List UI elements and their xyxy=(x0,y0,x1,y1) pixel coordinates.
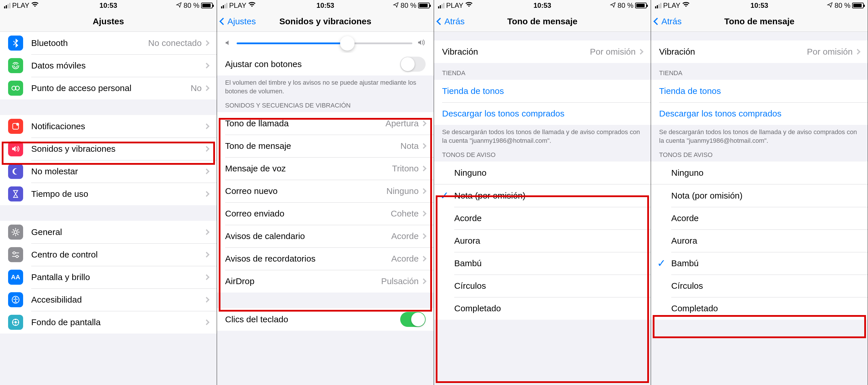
value: Ninguno xyxy=(386,186,419,196)
row-dnd[interactable]: No molestar xyxy=(0,160,217,183)
tone-content[interactable]: Vibración Por omisión TIENDA Tienda de t… xyxy=(434,32,651,385)
label: Pantalla y brillo xyxy=(31,272,205,282)
tone-none[interactable]: Ninguno xyxy=(651,161,868,184)
back-button[interactable]: Atrás xyxy=(437,17,465,26)
label: Punto de acceso personal xyxy=(31,83,191,93)
toggle-keyboard-clicks[interactable] xyxy=(400,312,426,327)
chevron-right-icon xyxy=(204,229,210,235)
row-accessibility[interactable]: Accesibilidad xyxy=(0,289,217,311)
volume-slider[interactable] xyxy=(237,42,412,44)
row-tone-store[interactable]: Tienda de tonos xyxy=(651,80,868,102)
row-control-center[interactable]: Centro de control xyxy=(0,243,217,266)
label: Círculos xyxy=(454,281,643,291)
tone-acorde[interactable]: Acorde xyxy=(651,207,868,230)
tone-completado[interactable]: Completado xyxy=(434,297,651,320)
row-voicemail[interactable]: Mensaje de voz Tritono xyxy=(217,157,434,180)
tone-none[interactable]: Ninguno xyxy=(434,161,651,184)
status-bar: PLAY 10:53 80 % xyxy=(0,0,217,11)
screen-text-tone-b: PLAY 10:53 80 % Atrás Tono de mensaje Vi… xyxy=(651,0,868,385)
label: Accesibilidad xyxy=(31,295,205,305)
display-icon: AA xyxy=(8,270,23,285)
chevron-right-icon xyxy=(638,49,644,55)
tone-nota[interactable]: ✓ Nota (por omisión) xyxy=(434,184,651,207)
row-screentime[interactable]: Tiempo de uso xyxy=(0,183,217,205)
label: Tienda de tonos xyxy=(442,86,643,96)
tone-circulos[interactable]: Círculos xyxy=(651,274,868,297)
tone-completado[interactable]: Completado xyxy=(651,297,868,320)
volume-slider-row xyxy=(217,32,434,53)
row-download-tones[interactable]: Descargar los tonos comprados xyxy=(651,102,868,125)
store-footer: Se descargarán todos los tonos de llamad… xyxy=(651,125,868,145)
label: Vibración xyxy=(659,47,807,57)
row-airdrop[interactable]: AirDrop Pulsación xyxy=(217,270,434,293)
row-sent-mail[interactable]: Correo enviado Cohete xyxy=(217,202,434,225)
row-cellular[interactable]: Datos móviles xyxy=(0,54,217,77)
adjust-footer: El volumen del timbre y los avisos no se… xyxy=(217,76,434,95)
tone-bambu[interactable]: ✓ Bambú xyxy=(651,252,868,274)
tone-aurora[interactable]: Aurora xyxy=(434,230,651,252)
value: Apertura xyxy=(385,119,419,128)
tone-content[interactable]: Vibración Por omisión TIENDA Tienda de t… xyxy=(651,32,868,385)
label: Completado xyxy=(671,303,860,313)
nav-header: Ajustes Sonidos y vibraciones xyxy=(217,11,434,32)
row-sounds[interactable]: Sonidos y vibraciones xyxy=(0,138,217,160)
status-bar: PLAY 10:53 80 % xyxy=(434,0,651,11)
row-calendar[interactable]: Avisos de calendario Acorde xyxy=(217,225,434,247)
tone-aurora[interactable]: Aurora xyxy=(651,230,868,252)
settings-list[interactable]: Bluetooth No conectado Datos móviles Pun… xyxy=(0,32,217,385)
value: Por omisión xyxy=(807,47,853,57)
bluetooth-icon xyxy=(8,35,23,51)
svg-point-3 xyxy=(16,123,19,126)
chevron-right-icon xyxy=(421,188,427,194)
row-tone-store[interactable]: Tienda de tonos xyxy=(434,80,651,102)
tone-circulos[interactable]: Círculos xyxy=(434,274,651,297)
svg-point-10 xyxy=(14,321,17,323)
row-keyboard-clicks[interactable]: Clics del teclado xyxy=(217,308,434,331)
back-button[interactable]: Atrás xyxy=(654,17,682,26)
label: No molestar xyxy=(31,167,205,176)
battery-pct: 80 % xyxy=(184,1,199,9)
label: Círculos xyxy=(671,281,860,291)
tone-nota[interactable]: Nota (por omisión) xyxy=(651,184,868,207)
tone-bambu[interactable]: Bambú xyxy=(434,252,651,274)
row-adjust-buttons[interactable]: Ajustar con botones xyxy=(217,53,434,76)
label: Notificaciones xyxy=(31,121,205,131)
row-text-tone[interactable]: Tono de mensaje Nota xyxy=(217,135,434,157)
accessibility-icon xyxy=(8,292,23,307)
battery-icon xyxy=(852,3,864,8)
label: Nota (por omisión) xyxy=(454,191,643,201)
row-download-tones[interactable]: Descargar los tonos comprados xyxy=(434,102,651,125)
back-label: Atrás xyxy=(444,17,465,26)
chevron-right-icon xyxy=(421,121,427,126)
chevron-right-icon xyxy=(421,166,427,171)
sounds-content[interactable]: Ajustar con botones El volumen del timbr… xyxy=(217,32,434,385)
row-vibration[interactable]: Vibración Por omisión xyxy=(434,40,651,63)
row-reminders[interactable]: Avisos de recordatorios Acorde xyxy=(217,247,434,270)
row-ringtone[interactable]: Tono de llamada Apertura xyxy=(217,112,434,135)
nav-header: Ajustes xyxy=(0,11,217,32)
back-label: Atrás xyxy=(661,17,682,26)
chevron-right-icon xyxy=(204,85,210,91)
tone-acorde[interactable]: Acorde xyxy=(434,207,651,230)
toggle-adjust-buttons[interactable] xyxy=(400,57,426,72)
slider-knob[interactable] xyxy=(340,36,354,51)
chevron-right-icon xyxy=(421,278,427,284)
label: Bambú xyxy=(671,258,860,268)
svg-point-11 xyxy=(15,319,16,320)
label: General xyxy=(31,227,205,237)
row-display[interactable]: AA Pantalla y brillo xyxy=(0,266,217,289)
chevron-right-icon xyxy=(855,49,861,55)
row-notifications[interactable]: Notificaciones xyxy=(0,115,217,138)
chevron-right-icon xyxy=(204,63,210,68)
row-wallpaper[interactable]: Fondo de pantalla xyxy=(0,311,217,333)
label: Avisos de calendario xyxy=(225,231,391,241)
signal-icon xyxy=(655,3,661,8)
value: Acorde xyxy=(391,231,419,241)
back-button[interactable]: Ajustes xyxy=(220,17,256,26)
row-bluetooth[interactable]: Bluetooth No conectado xyxy=(0,32,217,54)
row-general[interactable]: General xyxy=(0,221,217,243)
label: Aurora xyxy=(454,236,643,246)
row-hotspot[interactable]: Punto de acceso personal No xyxy=(0,77,217,99)
row-new-mail[interactable]: Correo nuevo Ninguno xyxy=(217,180,434,202)
row-vibration[interactable]: Vibración Por omisión xyxy=(651,40,868,63)
